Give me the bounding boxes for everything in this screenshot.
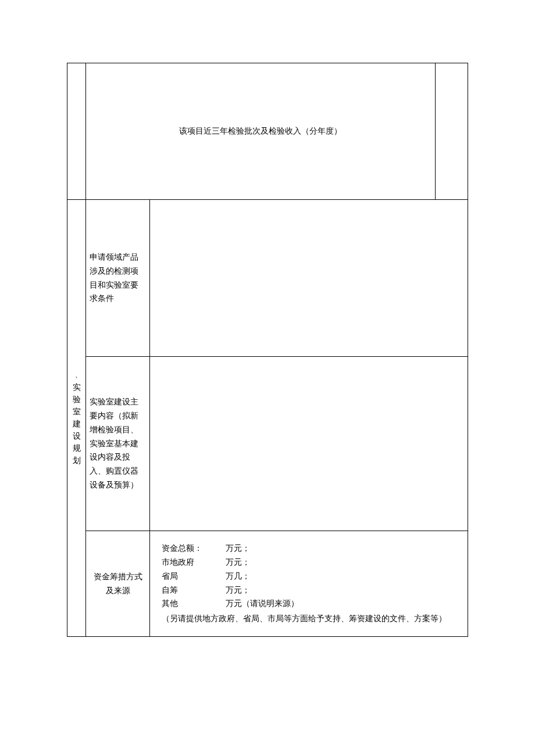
form-table: 该项目近三年检验批次及检验收入（分年度） 、 实验室建设规划 申请领域产品涉及的… [67,63,468,637]
row-header-funding: 资金筹措方式及来源 [86,531,150,637]
funding-other-row: 其他 万元（请说明来源） [162,597,464,611]
row-header-text: 申请领域产品涉及的检测项目和实验室要求条件 [90,253,138,303]
row-header-domain-products: 申请领域产品涉及的检测项目和实验室要求条件 [86,200,150,357]
content-cell-inspection[interactable] [435,63,468,200]
table-row: 资金筹措方式及来源 资金总额： 万元； 市地政府 万元； 省局 万几； 自筹 万… [67,531,468,637]
row-header-text: 该项目近三年检验批次及检验收入（分年度） [179,127,342,135]
section-dash: 、 [71,370,82,380]
funding-total-row: 资金总额： 万元； [162,542,464,556]
funding-self-label: 自筹 [162,583,226,597]
table-row: 该项目近三年检验批次及检验收入（分年度） [67,63,468,200]
row-header-text: 资金筹措方式及来源 [94,572,142,595]
funding-total-unit: 万元； [226,542,464,556]
funding-gov-label: 市地政府 [162,556,226,569]
funding-other-label: 其他 [162,597,226,611]
form-table-container: 该项目近三年检验批次及检验收入（分年度） 、 实验室建设规划 申请领域产品涉及的… [67,63,468,637]
funding-self-row: 自筹 万元； [162,583,464,597]
funding-prov-unit: 万几； [226,569,464,583]
funding-note: （另请提供地方政府、省局、市局等方面给予支持、筹资建设的文件、方案等） [162,612,464,626]
section-cell-empty [67,63,86,200]
funding-gov-row: 市地政府 万元； [162,556,464,569]
funding-self-unit: 万元； [226,583,464,597]
section-title: 实验室建设规划 [73,383,81,465]
row-header-text: 实验室建设主要内容（拟新增检验项目、实验室基本建设内容及投入、购置仪器设备及预算… [90,397,138,489]
row-header-lab-construction: 实验室建设主要内容（拟新增检验项目、实验室基本建设内容及投入、购置仪器设备及预算… [86,357,150,531]
funding-other-unit: 万元（请说明来源） [226,597,464,611]
section-cell-lab-plan: 、 实验室建设规划 [67,200,86,637]
content-cell-domain-products[interactable] [150,200,468,357]
funding-prov-row: 省局 万几； [162,569,464,583]
table-row: 、 实验室建设规划 申请领域产品涉及的检测项目和实验室要求条件 [67,200,468,357]
funding-total-label: 资金总额： [162,542,226,556]
content-cell-funding[interactable]: 资金总额： 万元； 市地政府 万元； 省局 万几； 自筹 万元； 其他 万元 [150,531,468,637]
content-cell-lab-construction[interactable] [150,357,468,531]
row-header-inspection: 该项目近三年检验批次及检验收入（分年度） [86,63,436,200]
table-row: 实验室建设主要内容（拟新增检验项目、实验室基本建设内容及投入、购置仪器设备及预算… [67,357,468,531]
funding-prov-label: 省局 [162,569,226,583]
funding-gov-unit: 万元； [226,556,464,569]
